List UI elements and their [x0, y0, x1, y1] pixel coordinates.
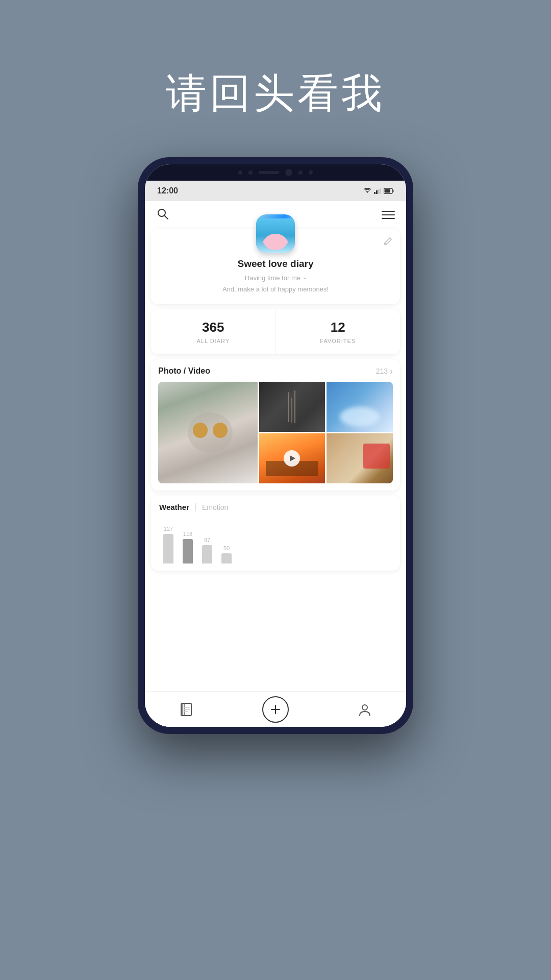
wifi-icon [363, 188, 371, 194]
page-bg-title: 请回头看我 [166, 66, 385, 121]
profile-nav-icon [358, 702, 372, 717]
avatar[interactable] [256, 214, 295, 253]
profile-bio-2: And, make a lot of happy memories! [222, 284, 329, 295]
svg-rect-6 [385, 189, 390, 193]
stat-favorites[interactable]: 12 FAVORITES [276, 309, 400, 354]
svg-rect-4 [380, 188, 381, 194]
photo-gift[interactable] [327, 433, 393, 483]
chart-section: Weather Emotion 127 118 [151, 496, 400, 571]
stats-row: 365 ALL DIARY 12 FAVORITES [151, 309, 400, 354]
search-icon [156, 207, 169, 220]
svg-rect-1 [374, 192, 375, 194]
media-count-link[interactable]: 213 › [376, 366, 393, 376]
search-button[interactable] [156, 207, 169, 223]
svg-line-9 [165, 216, 168, 219]
play-button[interactable] [284, 450, 300, 467]
nav-diary-button[interactable] [179, 702, 193, 717]
chevron-icon: › [390, 366, 393, 376]
signal-icon [374, 188, 381, 194]
edit-icon [384, 236, 393, 245]
media-count: 213 [376, 367, 388, 375]
bottom-nav [145, 691, 406, 727]
menu-button[interactable] [382, 211, 395, 219]
bar-group-3: 97 [202, 537, 212, 564]
diary-icon [179, 702, 193, 717]
svg-marker-0 [366, 191, 369, 193]
bar-group-4: 50 [221, 545, 232, 564]
phone-screen: 12:00 [145, 164, 406, 727]
emotion-tab[interactable]: Emotion [202, 503, 228, 511]
diary-count: 365 [202, 320, 224, 335]
stat-all-diary[interactable]: 365 ALL DIARY [151, 309, 276, 354]
photo-cat[interactable] [158, 382, 258, 483]
svg-rect-2 [376, 190, 378, 194]
media-section: Photo / Video 213 › [151, 359, 400, 491]
plus-icon [269, 703, 282, 716]
nav-add-button[interactable] [262, 696, 289, 723]
bar-group-2: 118 [183, 531, 193, 564]
photo-grid [158, 382, 393, 483]
bar-chart: 127 118 97 50 [159, 518, 392, 564]
photo-snow[interactable] [327, 382, 393, 432]
bar-group-1: 127 [163, 526, 173, 564]
profile-card: Sweet love diary Having time for me ~ An… [151, 229, 400, 304]
svg-rect-12 [182, 703, 184, 716]
media-section-title: Photo / Video [158, 366, 210, 376]
status-bar: 12:00 [145, 181, 406, 201]
weather-tab[interactable]: Weather [159, 503, 189, 511]
photo-sunset-video[interactable] [259, 433, 325, 483]
notch-bar [145, 164, 406, 181]
phone-frame: 12:00 [138, 157, 413, 734]
favorites-count: 12 [331, 320, 345, 335]
svg-line-10 [390, 238, 391, 239]
svg-rect-7 [393, 190, 394, 192]
diary-label: ALL DIARY [196, 338, 230, 344]
nav-profile-button[interactable] [358, 702, 372, 717]
profile-name: Sweet love diary [238, 258, 314, 270]
svg-point-18 [362, 705, 367, 710]
favorites-label: FAVORITES [320, 338, 356, 344]
edit-button[interactable] [384, 236, 393, 247]
app-content: Sweet love diary Having time for me ~ An… [145, 201, 406, 727]
photo-clothes[interactable] [259, 382, 325, 432]
battery-icon [384, 188, 394, 194]
profile-bio-1: Having time for me ~ [245, 273, 306, 284]
svg-rect-3 [378, 189, 380, 194]
status-time: 12:00 [157, 186, 178, 195]
